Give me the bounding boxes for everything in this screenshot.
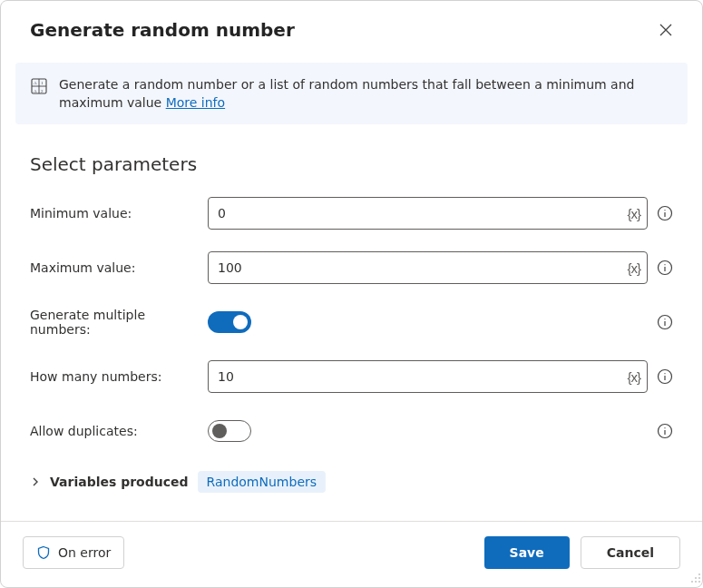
toggle-duplicates[interactable]	[208, 420, 251, 442]
action-icon: A 1 A 2	[30, 77, 48, 98]
on-error-label: On error	[58, 545, 111, 560]
chevron-right-icon	[30, 476, 41, 487]
info-minimum[interactable]	[657, 205, 673, 221]
toggle-multiple[interactable]	[208, 311, 251, 333]
svg-point-17	[698, 577, 700, 579]
svg-point-8	[664, 264, 665, 265]
info-icon	[657, 314, 673, 330]
label-minimum: Minimum value:	[30, 206, 208, 220]
info-maximum[interactable]	[657, 260, 673, 276]
param-row-maximum: Maximum value: {x}	[30, 251, 673, 284]
info-icon	[657, 368, 673, 385]
info-multiple[interactable]	[657, 314, 673, 330]
svg-point-16	[695, 577, 697, 579]
label-multiple: Generate multiple numbers:	[30, 308, 208, 337]
svg-point-20	[698, 581, 700, 583]
info-icon	[657, 205, 673, 221]
variables-expand[interactable]	[30, 476, 41, 487]
on-error-button[interactable]: On error	[23, 536, 124, 569]
info-icon	[657, 260, 673, 276]
svg-point-14	[664, 427, 665, 428]
dialog-footer: On error Save Cancel	[1, 521, 702, 587]
variable-picker-icon[interactable]: {x}	[627, 260, 640, 276]
variable-picker-icon[interactable]: {x}	[627, 206, 640, 221]
dialog-header: Generate random number	[1, 1, 702, 55]
variables-produced-row: Variables produced RandomNumbers	[30, 471, 673, 493]
param-row-count: How many numbers: {x}	[30, 360, 673, 393]
resize-grip-icon	[690, 573, 701, 583]
svg-point-12	[664, 373, 665, 374]
param-row-multiple: Generate multiple numbers:	[30, 306, 673, 338]
dialog: Generate random number A 1 A 2 Generate …	[0, 0, 703, 588]
info-icon	[657, 423, 673, 439]
input-maximum[interactable]	[208, 251, 648, 284]
svg-point-15	[698, 573, 700, 575]
dialog-title: Generate random number	[30, 19, 295, 41]
resize-grip[interactable]	[690, 572, 701, 586]
section-title: Select parameters	[30, 153, 673, 175]
variable-picker-icon[interactable]: {x}	[627, 369, 640, 385]
svg-point-6	[664, 210, 665, 211]
variables-label[interactable]: Variables produced	[50, 475, 189, 489]
info-duplicates[interactable]	[657, 423, 673, 439]
dialog-body: Select parameters Minimum value: {x} Max…	[1, 124, 702, 521]
banner-text: Generate a random number or a list of ra…	[59, 75, 673, 112]
shield-icon	[36, 545, 51, 560]
banner-description: Generate a random number or a list of ra…	[59, 77, 634, 110]
close-button[interactable]	[651, 15, 680, 44]
save-button[interactable]: Save	[484, 536, 570, 569]
input-count[interactable]	[208, 360, 648, 393]
info-count[interactable]	[657, 368, 673, 385]
label-duplicates: Allow duplicates:	[30, 424, 208, 438]
svg-text:1: 1	[41, 81, 44, 85]
input-minimum[interactable]	[208, 197, 648, 230]
svg-text:A: A	[34, 81, 37, 85]
info-banner: A 1 A 2 Generate a random number or a li…	[15, 63, 688, 124]
label-maximum: Maximum value:	[30, 260, 208, 275]
variable-chip[interactable]: RandomNumbers	[198, 471, 327, 493]
svg-text:A: A	[34, 89, 37, 93]
more-info-link[interactable]: More info	[166, 95, 225, 110]
svg-text:2: 2	[41, 89, 44, 93]
close-icon	[659, 24, 672, 36]
svg-point-18	[691, 581, 693, 583]
param-row-duplicates: Allow duplicates:	[30, 415, 673, 447]
cancel-button[interactable]: Cancel	[581, 536, 680, 569]
svg-point-19	[695, 581, 697, 583]
label-count: How many numbers:	[30, 369, 208, 384]
param-row-minimum: Minimum value: {x}	[30, 197, 673, 230]
svg-point-10	[664, 318, 665, 319]
